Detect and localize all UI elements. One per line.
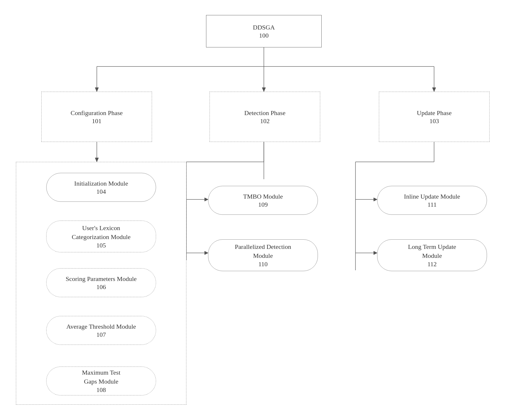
inline-num: 111 bbox=[427, 201, 436, 208]
parallel-label: Parallelized Detection Module bbox=[235, 243, 291, 260]
init-label: Initialization Module bbox=[74, 179, 128, 188]
scoring-num: 106 bbox=[97, 283, 106, 291]
inline-module-box: Inline Update Module 111 bbox=[377, 186, 487, 215]
average-module-box: Average Threshold Module 107 bbox=[46, 316, 156, 345]
average-num: 107 bbox=[97, 331, 106, 338]
maxtest-label: Maximum Test Gaps Module bbox=[82, 368, 120, 386]
svg-marker-33 bbox=[374, 198, 377, 201]
svg-marker-7 bbox=[432, 88, 436, 92]
root-num: 100 bbox=[259, 32, 269, 39]
config-phase-box: Configuration Phase 101 bbox=[41, 92, 152, 142]
tmbo-module-box: TMBO Module 109 bbox=[208, 186, 318, 215]
lexicon-module-box: User's Lexicon Categorization Module 105 bbox=[46, 221, 156, 252]
scoring-label: Scoring Parameters Module bbox=[66, 275, 137, 284]
root-label: DDSGA bbox=[253, 23, 275, 32]
lexicon-num: 105 bbox=[97, 242, 106, 249]
maxtest-module-box: Maximum Test Gaps Module 108 bbox=[46, 367, 156, 395]
detection-phase-box: Detection Phase 102 bbox=[210, 92, 320, 142]
parallel-num: 110 bbox=[258, 260, 268, 268]
average-label: Average Threshold Module bbox=[66, 322, 136, 331]
update-phase-box: Update Phase 103 bbox=[379, 92, 490, 142]
detection-label: Detection Phase bbox=[244, 109, 285, 118]
parallel-module-box: Parallelized Detection Module 110 bbox=[208, 239, 318, 271]
detection-num: 102 bbox=[260, 117, 270, 125]
svg-marker-9 bbox=[95, 158, 99, 162]
maxtest-num: 108 bbox=[97, 386, 106, 394]
longterm-label: Long Term Update Module bbox=[408, 243, 456, 260]
tmbo-num: 109 bbox=[258, 201, 268, 208]
inline-label: Inline Update Module bbox=[404, 192, 460, 201]
longterm-module-box: Long Term Update Module 112 bbox=[377, 239, 487, 271]
config-num: 101 bbox=[92, 117, 101, 125]
svg-marker-5 bbox=[95, 88, 99, 92]
config-label: Configuration Phase bbox=[71, 109, 123, 118]
diagram: DDSGA 100 Configuration Phase 101 Detect… bbox=[0, 0, 528, 420]
lexicon-label: User's Lexicon Categorization Module bbox=[72, 224, 130, 242]
root-node: DDSGA 100 bbox=[206, 15, 322, 47]
svg-marker-6 bbox=[262, 88, 266, 92]
tmbo-label: TMBO Module bbox=[243, 192, 283, 201]
svg-marker-35 bbox=[374, 251, 377, 255]
update-label: Update Phase bbox=[417, 109, 451, 118]
svg-marker-23 bbox=[205, 198, 208, 201]
init-num: 104 bbox=[97, 188, 106, 195]
svg-marker-25 bbox=[205, 251, 208, 255]
longterm-num: 112 bbox=[427, 260, 437, 268]
scoring-module-box: Scoring Parameters Module 106 bbox=[46, 268, 156, 297]
init-module-box: Initialization Module 104 bbox=[46, 173, 156, 202]
update-num: 103 bbox=[429, 117, 439, 125]
